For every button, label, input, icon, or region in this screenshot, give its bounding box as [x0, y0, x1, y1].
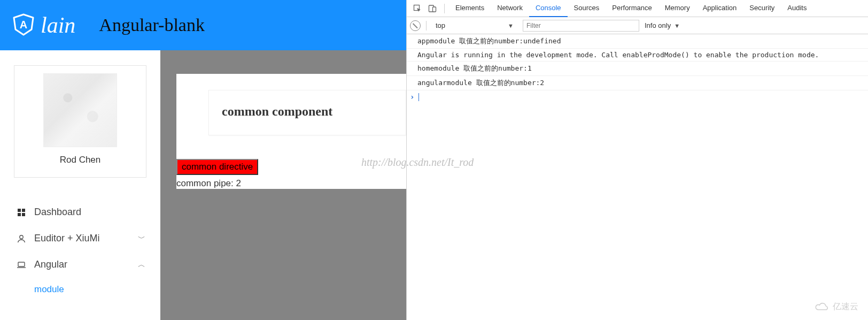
console-prompt[interactable]: › — [407, 90, 868, 103]
page-title: Angular-blank — [99, 15, 205, 35]
grid-icon — [15, 209, 28, 216]
card-inner: common component — [208, 90, 406, 135]
laptop-icon — [15, 260, 28, 270]
inspect-element-icon[interactable] — [410, 1, 425, 16]
app-header: A lain Angular-blank — [0, 0, 406, 50]
sidebar-nav: Dashboard Euditor + XiuMi ﹀ Angular ︿ — [0, 199, 160, 301]
sidebar-subitem-label: module — [34, 284, 64, 294]
console-log-line[interactable]: angularmodule 取值之前的number:2 — [407, 76, 868, 90]
svg-rect-5 — [433, 7, 436, 12]
devtools-panel: Elements Network Console Sources Perform… — [406, 0, 868, 320]
sidebar-item-label: Euditor + XiuMi — [34, 233, 138, 244]
logo-text: lain — [41, 12, 75, 38]
log-level-select[interactable]: Info only ▼ — [645, 21, 680, 29]
logo[interactable]: A lain — [12, 12, 75, 38]
console-toolbar: top ▼ Info only ▼ — [407, 17, 868, 34]
svg-point-1 — [20, 235, 23, 238]
card-title: common component — [222, 104, 382, 119]
provider-badge: 亿速云 — [815, 301, 858, 313]
clear-console-icon[interactable] — [410, 20, 421, 31]
separator — [426, 21, 427, 31]
sidebar-item-angular[interactable]: Angular ︿ — [0, 252, 160, 278]
tab-elements[interactable]: Elements — [449, 0, 491, 17]
console-log-line[interactable]: appmodule 取值之前的number:undefined — [407, 34, 868, 49]
shield-a-icon: A — [12, 13, 35, 38]
avatar — [43, 73, 117, 147]
sidebar-item-label: Angular — [34, 259, 138, 270]
content-area: common component common directive common… — [160, 50, 406, 320]
tab-application[interactable]: Application — [696, 0, 743, 17]
sidebar-subitem-module[interactable]: module — [0, 278, 160, 301]
toggle-device-icon[interactable] — [425, 1, 440, 16]
svg-rect-2 — [18, 262, 25, 266]
separator — [444, 4, 445, 13]
tab-sources[interactable]: Sources — [568, 0, 606, 17]
chevron-down-icon: ▼ — [674, 22, 680, 29]
profile-card: Rod Chen — [14, 65, 146, 178]
sidebar-item-euditor[interactable]: Euditor + XiuMi ﹀ — [0, 225, 160, 252]
text-cursor — [418, 93, 419, 101]
console-filter-input[interactable] — [523, 20, 639, 32]
console-log-line[interactable]: homemodule 取值之前的number:1 — [407, 62, 868, 76]
app-root: A lain Angular-blank Rod Chen Dashboard — [0, 0, 406, 320]
context-select[interactable]: top ▼ — [432, 20, 517, 32]
chevron-up-icon: ︿ — [138, 260, 145, 270]
console-output: appmodule 取值之前的number:undefined Angular … — [407, 34, 868, 103]
tab-security[interactable]: Security — [743, 0, 781, 17]
tab-memory[interactable]: Memory — [658, 0, 696, 17]
provider-badge-text: 亿速云 — [833, 301, 858, 313]
cloud-icon — [815, 302, 830, 313]
log-level-value: Info only — [645, 21, 671, 29]
sidebar-item-dashboard[interactable]: Dashboard — [0, 199, 160, 225]
context-value: top — [436, 21, 445, 29]
sidebar: Rod Chen Dashboard Euditor + XiuMi ﹀ — [0, 50, 160, 320]
prompt-caret-icon: › — [410, 93, 414, 101]
chevron-down-icon: ﹀ — [138, 234, 145, 243]
devtools-tabbar: Elements Network Console Sources Perform… — [407, 0, 868, 17]
tab-network[interactable]: Network — [491, 0, 529, 17]
sidebar-item-label: Dashboard — [34, 207, 145, 218]
console-log-line[interactable]: Angular is running in the development mo… — [407, 49, 868, 62]
tab-console[interactable]: Console — [529, 0, 568, 17]
svg-text:A: A — [20, 19, 27, 31]
app-body: Rod Chen Dashboard Euditor + XiuMi ﹀ — [0, 50, 406, 320]
chevron-down-icon: ▼ — [508, 22, 514, 29]
common-directive-badge: common directive — [176, 159, 258, 175]
common-pipe-text: common pipe: 2 — [176, 178, 406, 189]
tab-performance[interactable]: Performance — [606, 0, 658, 17]
tab-audits[interactable]: Audits — [781, 0, 813, 17]
profile-name: Rod Chen — [14, 155, 146, 165]
user-icon — [15, 234, 28, 243]
content-card: common component common directive common… — [176, 74, 406, 189]
